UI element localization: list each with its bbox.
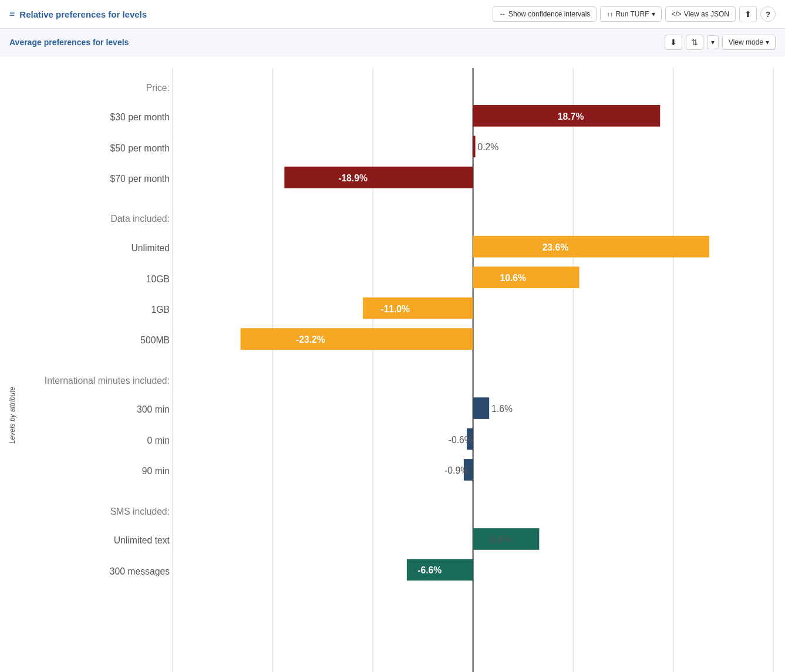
label-50-per-month: 0.2% bbox=[477, 142, 498, 152]
category-data-label: Data included: bbox=[111, 214, 170, 224]
svg-text:1GB: 1GB bbox=[151, 305, 170, 315]
top-bar-right: ↔ Show confidence intervals ↑↑ Run TURF … bbox=[493, 6, 776, 22]
bar-70-per-month bbox=[284, 167, 473, 188]
label-300msg: -6.6% bbox=[417, 565, 442, 575]
label-30-per-month: 18.7% bbox=[558, 112, 584, 121]
download-btn[interactable]: ⬇ bbox=[665, 35, 682, 50]
bar-300min bbox=[473, 397, 490, 419]
label-10gb: 10.6% bbox=[500, 273, 527, 283]
bar-1gb bbox=[363, 298, 473, 319]
svg-text:$70 per month: $70 per month bbox=[110, 174, 170, 184]
download-icon: ⬇ bbox=[670, 38, 677, 47]
bar-50-per-month bbox=[473, 136, 476, 157]
chart-wrapper: Levels by attribute bbox=[0, 56, 785, 672]
svg-text:$50 per month: $50 per month bbox=[110, 143, 170, 153]
turf-dropdown-icon: ▾ bbox=[652, 10, 655, 18]
svg-text:90 min: 90 min bbox=[142, 466, 170, 476]
confidence-icon: ↔ bbox=[499, 10, 506, 18]
show-confidence-btn[interactable]: ↔ Show confidence intervals bbox=[493, 6, 597, 22]
svg-text:$30 per month: $30 per month bbox=[110, 112, 170, 122]
run-turf-btn[interactable]: ↑↑ Run TURF ▾ bbox=[600, 6, 661, 22]
svg-text:Unlimited text: Unlimited text bbox=[114, 535, 170, 545]
label-unlimited-text: 6.6% bbox=[490, 535, 511, 545]
bar-unlimited bbox=[473, 236, 710, 258]
chart-svg: Price: $30 per month 18.7% $50 per month… bbox=[19, 68, 773, 672]
chart-main: Price: $30 per month 18.7% $50 per month… bbox=[19, 68, 773, 672]
turf-icon: ↑↑ bbox=[607, 11, 613, 18]
y-axis-label: Levels by attribute bbox=[6, 68, 19, 672]
category-sms-label: SMS included: bbox=[110, 506, 170, 516]
chart-icon: ≡ bbox=[9, 9, 15, 19]
sub-bar-right: ⬇ ⇅ ▾ View mode ▾ bbox=[665, 35, 776, 50]
label-70-per-month: -18.9% bbox=[338, 173, 368, 183]
page-title: Relative preferences for levels bbox=[19, 9, 147, 19]
help-icon: ? bbox=[766, 10, 770, 19]
category-intl-label: International minutes included: bbox=[45, 376, 170, 386]
category-price-label: Price: bbox=[146, 83, 170, 93]
json-icon: </> bbox=[672, 10, 682, 18]
svg-text:Unlimited: Unlimited bbox=[131, 243, 170, 253]
sort-icon: ⇅ bbox=[691, 38, 698, 47]
label-300min: 1.6% bbox=[491, 404, 513, 414]
sub-bar-title: Average preferences for levels bbox=[9, 38, 129, 47]
sort-dropdown-icon: ▾ bbox=[711, 38, 715, 46]
svg-text:300 messages: 300 messages bbox=[110, 566, 170, 576]
svg-text:500MB: 500MB bbox=[140, 335, 170, 345]
top-bar-left: ≡ Relative preferences for levels bbox=[9, 9, 147, 19]
label-1gb: -11.0% bbox=[380, 304, 410, 314]
view-mode-btn[interactable]: View mode ▾ bbox=[722, 35, 776, 50]
export-btn[interactable]: ⬆ bbox=[739, 6, 757, 22]
view-json-btn[interactable]: </> View as JSON bbox=[665, 6, 736, 22]
svg-text:0 min: 0 min bbox=[147, 435, 170, 445]
svg-text:300 min: 300 min bbox=[137, 404, 170, 414]
sort-btn[interactable]: ⇅ bbox=[686, 35, 703, 50]
sort-dropdown-btn[interactable]: ▾ bbox=[707, 35, 719, 49]
top-bar: ≡ Relative preferences for levels ↔ Show… bbox=[0, 0, 785, 29]
bar-500mb bbox=[241, 328, 473, 350]
export-icon: ⬆ bbox=[744, 9, 752, 19]
label-500mb: -23.2% bbox=[296, 335, 325, 345]
label-90min: -0.9% bbox=[444, 465, 469, 475]
help-btn[interactable]: ? bbox=[760, 6, 776, 22]
label-unlimited: 23.6% bbox=[543, 242, 569, 252]
sub-bar: Average preferences for levels ⬇ ⇅ ▾ Vie… bbox=[0, 29, 785, 56]
view-mode-icon: ▾ bbox=[766, 38, 769, 46]
label-0min: -0.6% bbox=[449, 435, 473, 445]
svg-text:10GB: 10GB bbox=[146, 274, 170, 284]
